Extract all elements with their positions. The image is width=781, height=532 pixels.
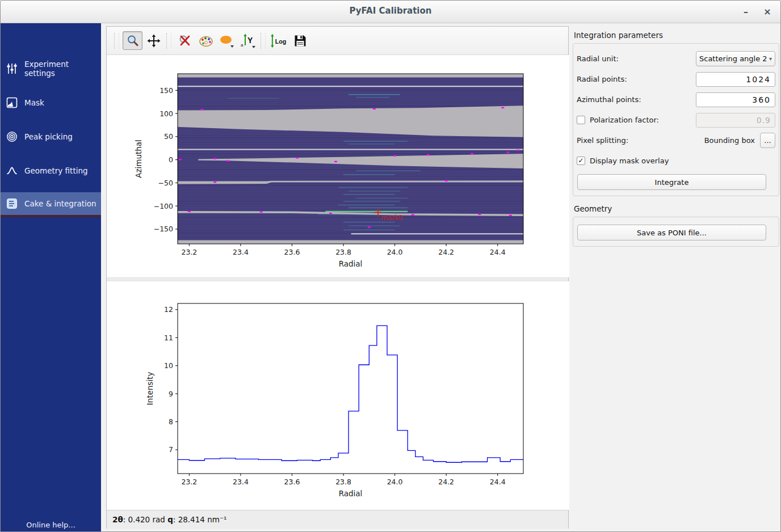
- svg-text:24.4: 24.4: [490, 248, 506, 256]
- sidebar-item-mask[interactable]: Mask: [1, 90, 101, 115]
- zoom-tool-button[interactable]: [123, 31, 142, 50]
- minimize-button[interactable]: –: [738, 5, 753, 19]
- sidebar-item-geometry-fitting[interactable]: Geometry fitting: [1, 158, 101, 183]
- svg-text:0: 0: [169, 155, 173, 164]
- svg-text:23.2: 23.2: [181, 248, 197, 256]
- svg-text:Y: Y: [247, 36, 253, 45]
- online-help-link[interactable]: Online help...: [1, 521, 101, 529]
- sidebar-item-label: Cake & integration: [24, 199, 96, 208]
- svg-text:150: 150: [159, 86, 173, 95]
- svg-text:Radial: Radial: [339, 489, 363, 498]
- save-poni-button[interactable]: Save as PONI file...: [577, 225, 766, 240]
- log-scale-icon: Log: [270, 33, 288, 48]
- svg-text:100: 100: [159, 109, 173, 118]
- svg-text:24.0: 24.0: [387, 248, 403, 256]
- svg-text:7: 7: [169, 445, 173, 454]
- mask-overlay-checkbox[interactable]: ✓: [577, 157, 585, 165]
- svg-text:a: a: [241, 43, 243, 48]
- azimuthal-points-label: Azimuthal points:: [577, 95, 696, 104]
- integrate-button[interactable]: Integrate: [577, 174, 766, 190]
- peak-curve-icon: [6, 164, 19, 177]
- svg-text:Azimuthal: Azimuthal: [134, 140, 143, 178]
- polarization-label: Polarization factor:: [590, 116, 696, 124]
- colormap-button[interactable]: [196, 31, 216, 50]
- radial-unit-select[interactable]: Scattering angle 2θ (rad) ▾: [696, 51, 775, 66]
- svg-text:23.6: 23.6: [284, 248, 300, 256]
- svg-text:12: 12: [164, 305, 173, 314]
- integration-panel: Integration parameters Radial unit: Scat…: [573, 26, 779, 529]
- svg-text:Log: Log: [275, 37, 287, 44]
- integration-parameters-title: Integration parameters: [574, 31, 779, 40]
- sidebar: Experiment settings Mask Peak picking Ge…: [1, 23, 101, 532]
- target-rings-icon: [6, 130, 19, 143]
- magnifier-icon: [126, 34, 140, 48]
- radial-points-label: Radial points:: [577, 75, 696, 83]
- cake-integration-icon: [6, 197, 19, 210]
- radial-unit-value: Scattering angle 2θ (rad): [699, 54, 767, 63]
- toolbar-separator: [166, 33, 171, 49]
- svg-text:Radial: Radial: [339, 259, 363, 268]
- pan-arrows-icon: [147, 34, 161, 48]
- status-bar: 2θ: 0.420 rad q: 28.414 nm⁻¹: [107, 510, 568, 529]
- svg-text:−100: −100: [154, 202, 173, 210]
- checkmark-icon: ✓: [578, 157, 583, 164]
- status-2theta-label: 2θ: [112, 515, 123, 524]
- geometry-title: Geometry: [574, 204, 779, 213]
- plot-toolbar: aY Log: [107, 27, 568, 55]
- svg-text:−150: −150: [154, 225, 173, 233]
- pan-tool-button[interactable]: [144, 31, 163, 50]
- svg-text:24.4: 24.4: [490, 478, 506, 486]
- geometry-group: Save as PONI file...: [573, 217, 779, 247]
- status-q-value: : 28.414 nm⁻¹: [173, 515, 227, 524]
- y-axis-orientation-button[interactable]: aY: [238, 31, 258, 50]
- sidebar-item-experiment-settings[interactable]: Experiment settings: [1, 56, 101, 81]
- polarization-input[interactable]: [696, 113, 775, 128]
- ellipse-mask-icon: [219, 33, 235, 48]
- svg-text:24.2: 24.2: [438, 478, 454, 486]
- integration-plot-1d[interactable]: 23.223.423.623.824.024.224.4121110987Rad…: [107, 281, 569, 510]
- svg-text:23.2: 23.2: [181, 478, 197, 486]
- status-q-label: q: [167, 515, 173, 524]
- sidebar-item-peak-picking[interactable]: Peak picking: [1, 124, 101, 149]
- polarization-checkbox[interactable]: [577, 116, 585, 124]
- mask-tool-button[interactable]: [217, 31, 237, 50]
- save-button[interactable]: [290, 31, 310, 50]
- svg-text:Intensity: Intensity: [145, 372, 154, 406]
- close-button[interactable]: ×: [760, 5, 775, 19]
- radial-unit-label: Radial unit:: [577, 54, 696, 63]
- svg-text:23.6: 23.6: [284, 478, 300, 486]
- log-scale-button[interactable]: Log: [269, 31, 289, 50]
- svg-text:9: 9: [169, 390, 173, 398]
- svg-text:23.8: 23.8: [335, 478, 351, 486]
- svg-text:23.8: 23.8: [335, 248, 351, 256]
- svg-text:24.0: 24.0: [387, 478, 403, 486]
- toolbar-separator: [261, 33, 266, 49]
- mask-overlay-label: Display mask overlay: [590, 157, 775, 165]
- svg-text:−50: −50: [158, 179, 173, 187]
- azimuthal-points-input[interactable]: [696, 92, 775, 107]
- integration-parameters-group: Radial unit: Scattering angle 2θ (rad) ▾…: [573, 43, 779, 196]
- svg-text:24.2: 24.2: [438, 248, 454, 256]
- sliders-icon: [6, 62, 19, 75]
- sidebar-item-label: Geometry fitting: [24, 166, 88, 175]
- sidebar-item-label: Mask: [24, 98, 44, 107]
- status-2theta-value: : 0.420 rad: [123, 515, 167, 524]
- svg-text:23.4: 23.4: [233, 248, 249, 256]
- plot-splitter[interactable]: [107, 277, 568, 281]
- zoom-reset-button[interactable]: [175, 31, 195, 50]
- chevron-down-icon: ▾: [769, 56, 772, 62]
- pixel-splitting-label: Pixel splitting:: [577, 136, 704, 145]
- palette-icon: [199, 34, 213, 48]
- pixel-splitting-value: Bounding box: [704, 136, 755, 145]
- svg-text:23.4: 23.4: [233, 478, 249, 486]
- radial-points-input[interactable]: [696, 72, 775, 87]
- pixel-splitting-more-button[interactable]: ...: [760, 133, 775, 148]
- sidebar-item-cake-integration[interactable]: Cake & integration: [1, 192, 101, 217]
- svg-text:11: 11: [164, 333, 173, 342]
- sidebar-item-label: Peak picking: [24, 132, 73, 141]
- cake-plot-2d[interactable]: 23.223.423.623.824.024.224.4150100500−50…: [107, 55, 569, 277]
- svg-text:50: 50: [164, 132, 173, 141]
- sidebar-item-label: Experiment settings: [24, 60, 101, 78]
- svg-text:10: 10: [164, 361, 173, 370]
- window-title: PyFAI Calibration: [1, 6, 780, 16]
